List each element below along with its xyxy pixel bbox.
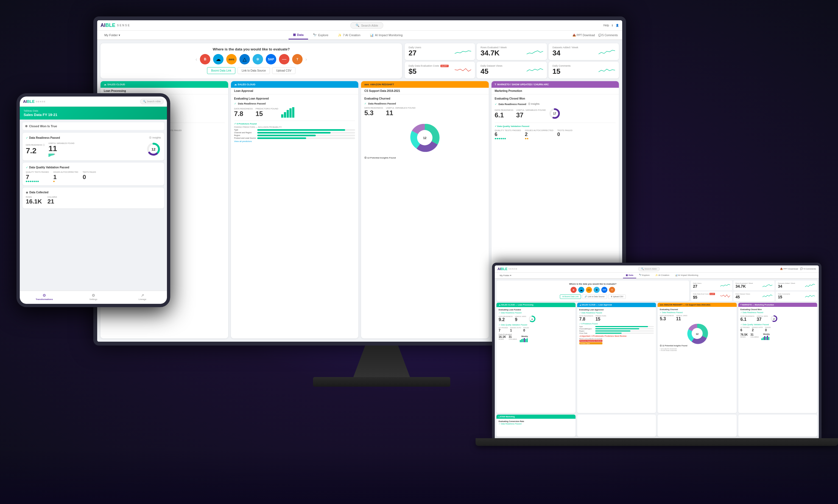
tablet-logo-text: AIBLE: [23, 99, 35, 104]
card2-predictors-heading: ✓ 9 Predictors Found: [234, 123, 355, 125]
card2-dr-value: 7.8: [234, 110, 253, 118]
laptop-tab-explore[interactable]: 🔭 Explore: [636, 273, 652, 278]
lcard3-readiness: ✓ Data Readiness Passed: [660, 311, 735, 314]
view-all-predictors[interactable]: View all predictors: [234, 140, 355, 143]
card2-dr-label: DATA READINESS: [234, 108, 253, 110]
tablet-uv-value: 11: [49, 144, 75, 153]
settings-label: Settings: [89, 298, 98, 301]
tablet-collected-header: ◉ Data Collected: [26, 191, 161, 194]
upload-csv-btn[interactable]: Upload CSV: [272, 67, 295, 74]
card4-check: ✓: [495, 103, 497, 106]
aws-icon: aws: [364, 83, 369, 86]
card3-dr-value: 5.3: [364, 109, 383, 117]
datasets-value: 34: [552, 49, 578, 57]
ll-t[interactable]: T: [609, 287, 615, 293]
laptop-tab-data[interactable]: ▦ Data: [623, 273, 636, 278]
ll-link-btn[interactable]: 🔗 Link to Data Source: [582, 294, 607, 299]
boomi-link-btn[interactable]: Boomi Data Link: [207, 67, 235, 74]
card3-dr-label: DATA READINESS: [364, 107, 383, 109]
laptop-ds-title: Where is the data you would like to eval…: [499, 283, 687, 285]
pred-product-label: Product and Lead Source: [234, 137, 256, 139]
card3-check: ✓: [364, 102, 366, 105]
svg-rect-26: [527, 338, 528, 342]
laptop-stats: Daily Users27 Rows Evaluated / Week34.7K…: [691, 281, 817, 301]
ll-snow[interactable]: ❄: [594, 287, 600, 293]
bar1: [49, 154, 49, 157]
logo: AIBLE: [101, 22, 115, 28]
tablet-dataset-title: Sales Data FY 19-21: [23, 113, 163, 117]
tablet-header: AIBLE SENSE 🔍 Search Aible: [20, 96, 167, 107]
card2-body: Evaluating Loan Approved ✓ Data Readines…: [231, 94, 359, 145]
laptop-ppt[interactable]: 📥 PPT Download: [780, 268, 798, 270]
laptop-folder[interactable]: My Folder ▾: [497, 273, 513, 278]
comments-btn[interactable]: 💬 5 Comments: [598, 34, 618, 37]
svg-rect-22: [521, 339, 522, 342]
tablet-logo-sense: SENSE: [36, 101, 46, 103]
datasource-panel: Where is the data you would like to eval…: [101, 43, 402, 78]
tablet-nav-lineage[interactable]: ↗ Lineage: [118, 293, 167, 301]
logo-aws[interactable]: aws: [226, 54, 237, 65]
next-arrow[interactable]: ›: [305, 56, 307, 62]
card-loan-approved: ☁ SALES CLOUD Loan Approval Evaluating L…: [231, 81, 359, 338]
stat-eval-costs: Daily Data Evaluation Costs ALERT $5: [405, 62, 475, 78]
logo-sap[interactable]: SAP: [266, 54, 276, 65]
ll-sap[interactable]: SAP: [601, 287, 608, 293]
laptop-tab-impact[interactable]: 📊 AI Impact Monitoring: [672, 273, 701, 278]
laptop-tab-ai[interactable]: ✨ AI Creation: [652, 273, 672, 278]
lcard4-readiness: ✓ Data Readiness Passed: [740, 311, 815, 314]
lcard-latam-header: LATAM Marketing: [496, 415, 576, 419]
lcard3-pie: 12: [660, 323, 735, 344]
tablet-evaluating-row: Closed Won Is True: [22, 122, 164, 130]
tablet-tf: TESTS FAILED 0: [83, 171, 96, 182]
tdot5: [34, 181, 35, 182]
ll-aws[interactable]: aws: [586, 287, 592, 293]
laptop-search[interactable]: 🔍 Search Aible: [638, 267, 660, 271]
ll-boomi[interactable]: B: [570, 287, 577, 293]
lineage-icon: ↗: [141, 293, 144, 298]
tablet-nav-settings[interactable]: ⚙ Settings: [69, 293, 118, 301]
tablet-bottom-nav: ⚙ Transformations ⚙ Settings ↗ Lineage: [20, 291, 167, 304]
ppt-download[interactable]: 📥 PPT Download: [572, 34, 595, 37]
ll-sf[interactable]: ☁: [578, 287, 584, 293]
my-folder[interactable]: My Folder ▾: [102, 31, 123, 39]
card2-metrics: DATA READINESS 7.8 PREDICTORS FOUND 15: [234, 107, 355, 119]
card3-metrics: DATA READINESS 5.3 USEFUL VARIABLES FOUN…: [364, 107, 485, 117]
tablet-tf-value: 0: [83, 174, 96, 181]
header-actions: Help ℹ 👤: [603, 24, 619, 27]
card4-cloud: MARKETO / SHOW UPDATED / CHURN ARC: [497, 83, 549, 86]
svg-rect-6: [289, 108, 292, 118]
svg-rect-34: [763, 337, 764, 340]
tablet-rows-label: ROWS: [26, 196, 42, 198]
logo-azure[interactable]: △: [239, 54, 250, 65]
tab-ai-impact[interactable]: 📊 AI Impact Monitoring: [365, 31, 407, 39]
tablet-columns: COLUMNS 21: [48, 196, 57, 205]
lcard1-readiness: ✓ Data Readiness Passed: [499, 312, 573, 314]
link-datasource-btn[interactable]: Link to Data Source: [238, 67, 270, 74]
prev-arrow[interactable]: ‹: [195, 56, 197, 62]
main-nav-tabs: ▦ Data 🔭 Explore ✨ 7 AI Creation 📊 AI Im…: [289, 31, 407, 39]
logo-snowflake[interactable]: ❄: [253, 54, 263, 65]
logo-more1[interactable]: —: [279, 54, 289, 65]
tablet-search[interactable]: 🔍 Search Aible: [140, 99, 164, 104]
laptop-comments[interactable]: 💬 5 Comments: [800, 268, 816, 270]
predictor-type: Type: [234, 129, 355, 131]
logo-area: AIBLE SENSE: [101, 22, 131, 28]
card4-ia-dots: [525, 138, 553, 139]
tablet-screen: AIBLE SENSE 🔍 Search Aible Tableau Data …: [20, 96, 167, 304]
tab-data[interactable]: ▦ Data: [289, 31, 308, 39]
logo-boomi[interactable]: B: [200, 54, 210, 65]
ll-csv-btn[interactable]: ⬆ Upload CSV: [608, 294, 626, 299]
help-link[interactable]: Help: [603, 24, 609, 27]
svg-rect-37: [767, 336, 768, 340]
tab-ai-creation[interactable]: ✨ 7 AI Creation: [334, 31, 365, 39]
lcard1-body: Evaluating Loan Funded ✓ Data Readiness …: [496, 307, 576, 344]
logo-tableau[interactable]: T: [292, 54, 303, 65]
ll-boomi-btn[interactable]: ⊕ Boomi Data Link: [560, 294, 581, 299]
search-bar[interactable]: 🔍 Search Aible: [350, 22, 383, 29]
header-icon-user: 👤: [616, 24, 619, 27]
lcard1-nums: DATA READINESS9.2 USEFUL VARS9 6: [499, 315, 573, 323]
card4-qt-dots: [495, 138, 521, 139]
tab-explore[interactable]: 🔭 Explore: [309, 31, 333, 39]
tablet-nav-transformations[interactable]: ⚙ Transformations: [20, 293, 69, 301]
logo-salesforce[interactable]: ☁: [213, 54, 223, 65]
